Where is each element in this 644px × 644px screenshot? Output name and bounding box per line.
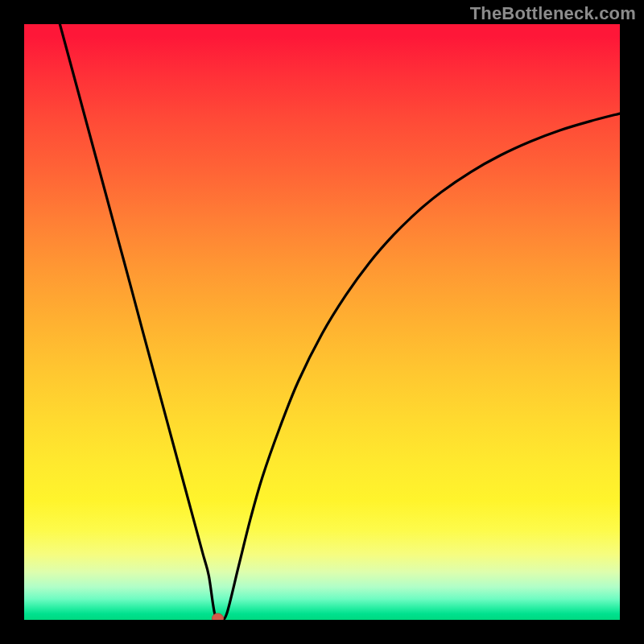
bottleneck-curve-path (60, 24, 620, 620)
plot-area (24, 24, 620, 620)
watermark-text: TheBottleneck.com (470, 3, 636, 24)
chart-frame: TheBottleneck.com (0, 0, 644, 644)
curve-layer (24, 24, 620, 620)
minimum-marker (213, 613, 224, 620)
